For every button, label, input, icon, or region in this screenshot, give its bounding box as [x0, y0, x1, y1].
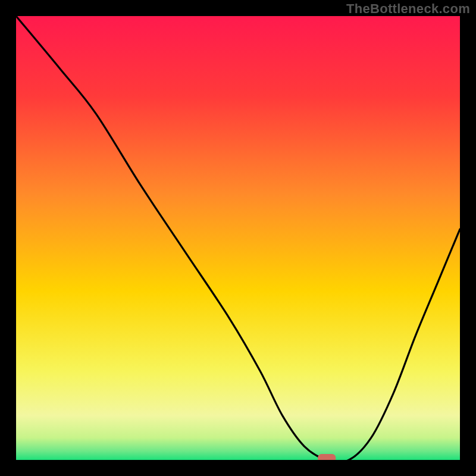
chart-svg — [16, 16, 460, 460]
watermark-text: TheBottleneck.com — [346, 1, 470, 17]
chart-frame: TheBottleneck.com — [0, 0, 476, 476]
optimal-marker — [318, 454, 336, 460]
plot-area — [16, 16, 460, 460]
